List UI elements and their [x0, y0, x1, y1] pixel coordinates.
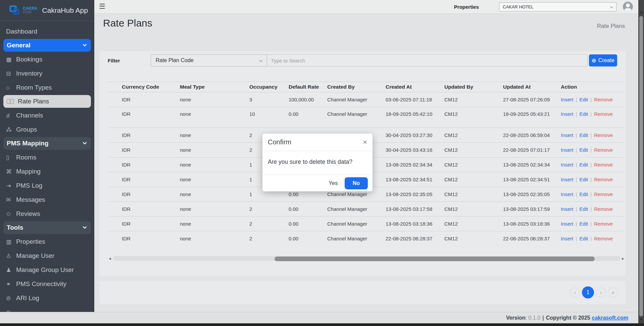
sidebar-item-ari-log[interactable]: ⊘ARI Log: [0, 291, 94, 305]
insert-link[interactable]: Insert: [561, 147, 574, 153]
dialog-title: Confirm: [268, 138, 291, 146]
cell-actions: Insert|Edit|Remove: [561, 187, 625, 202]
close-icon[interactable]: ✕: [363, 139, 367, 145]
insert-link[interactable]: Insert: [561, 206, 574, 212]
edit-link[interactable]: Edit: [579, 221, 588, 227]
app-window: CAKRA HUB CakraHub App DashboardGeneral▦…: [0, 0, 644, 326]
remove-link[interactable]: Remove: [594, 206, 613, 212]
cell-updated_by: CM12: [444, 157, 503, 172]
edit-link[interactable]: Edit: [579, 177, 588, 182]
sidebar-item-mapping[interactable]: ⌘Mapping: [0, 165, 94, 179]
insert-link[interactable]: Insert: [561, 221, 574, 227]
insert-link[interactable]: Insert: [561, 191, 574, 197]
copyright-text: Copyright © 2025: [546, 315, 590, 321]
search-input[interactable]: [267, 54, 587, 66]
no-button[interactable]: No: [345, 177, 368, 189]
sidebar-item-rooms[interactable]: ▯Rooms: [0, 150, 94, 165]
filter-bar: Filter Rate Plan Code ⊕ Create: [108, 54, 617, 66]
remove-link[interactable]: Remove: [594, 162, 613, 168]
edit-link[interactable]: Edit: [579, 206, 588, 212]
sidebar-item-manage-user[interactable]: ♙Manage User: [0, 249, 94, 263]
sidebar-item-pms-log[interactable]: ⇥PMS Log: [0, 179, 94, 193]
sidebar-section-rate-plans[interactable]: $Rate Plans: [3, 95, 91, 108]
sidebar-item-channels[interactable]: ☌Channels: [0, 108, 94, 123]
user-gear-icon: ♙: [6, 252, 16, 260]
page-next-button[interactable]: ›: [596, 287, 606, 297]
confirm-dialog: Confirm ✕ Are you sure to delete this da…: [262, 134, 373, 191]
sidebar-section-tools[interactable]: Tools: [3, 221, 91, 234]
scrollbar-thumb[interactable]: [275, 257, 595, 261]
vscrollbar-thumb[interactable]: [639, 16, 643, 316]
property-select[interactable]: CAKAR HOTEL: [499, 2, 616, 11]
sidebar-section-general[interactable]: General: [3, 39, 91, 52]
sidebar-section-pms-mapping[interactable]: PMS Mapping: [3, 137, 91, 150]
sidebar-item-messages[interactable]: ✉Messages: [0, 193, 94, 207]
cell-occupancy: 2: [249, 202, 289, 217]
insert-link[interactable]: Insert: [561, 177, 574, 182]
sidebar-item-inventory[interactable]: ⊟Inventory: [0, 66, 94, 81]
sidebar-item-groups[interactable]: ⁂Groups: [0, 123, 94, 137]
compass-icon: ⊘: [6, 295, 16, 302]
insert-link[interactable]: Insert: [561, 236, 574, 241]
vertical-scrollbar[interactable]: ▲ ▼: [638, 0, 644, 323]
sidebar-item-dashboard[interactable]: Dashboard: [0, 25, 94, 39]
create-button[interactable]: ⊕ Create: [589, 54, 617, 66]
property-select-value: CAKAR HOTEL: [503, 4, 534, 9]
sidebar-item-properties[interactable]: ▥Properties: [0, 235, 94, 249]
insert-link[interactable]: Insert: [561, 162, 574, 168]
yes-button[interactable]: Yes: [329, 180, 338, 187]
chevron-down-icon: [259, 58, 262, 62]
horizontal-scrollbar[interactable]: ◄ ►: [108, 256, 625, 261]
scroll-right-icon[interactable]: ►: [621, 257, 625, 261]
cell-meal: none: [180, 92, 249, 107]
cell-created_at: 22-08-2025 06:28:37: [386, 231, 444, 246]
page-1-button[interactable]: 1: [582, 286, 594, 298]
table-row: IDRnone3100,000.00Channel Manager03-06-2…: [108, 92, 625, 107]
scroll-up-icon[interactable]: ▲: [638, 10, 644, 14]
edit-link[interactable]: Edit: [579, 97, 588, 102]
remove-link[interactable]: Remove: [594, 132, 613, 138]
filter-field-select[interactable]: Rate Plan Code: [151, 54, 267, 66]
remove-link[interactable]: Remove: [594, 97, 613, 102]
chevron-down-icon: [83, 140, 87, 145]
remove-link[interactable]: Remove: [594, 111, 613, 117]
sidebar-item-bookings[interactable]: ▦Bookings: [0, 52, 94, 66]
edit-link[interactable]: Edit: [579, 162, 588, 168]
action-separator: |: [574, 97, 580, 102]
sidebar-item-reviews[interactable]: ✩Reviews: [0, 207, 94, 221]
edit-link[interactable]: Edit: [579, 236, 588, 241]
scrollbar-track[interactable]: [113, 256, 620, 261]
remove-link[interactable]: Remove: [594, 191, 613, 197]
insert-link[interactable]: Insert: [561, 132, 574, 138]
sidebar-item-item-20[interactable]: ⊙: [0, 305, 94, 312]
edit-link[interactable]: Edit: [579, 111, 588, 117]
scroll-left-icon[interactable]: ◄: [108, 257, 112, 261]
sidebar-item-manage-group-user[interactable]: ♟Manage Group User: [0, 263, 94, 277]
remove-link[interactable]: Remove: [594, 177, 613, 182]
breadcrumb: Rate Plans: [94, 23, 625, 30]
page-last-button[interactable]: »: [608, 287, 618, 297]
cakrasoft-link[interactable]: cakrasoft.com: [592, 315, 629, 321]
cell-actions: Insert|Edit|Remove: [561, 107, 625, 128]
edit-link[interactable]: Edit: [579, 191, 588, 197]
scroll-down-icon[interactable]: ▼: [638, 318, 644, 321]
pagination: ‹ 1 › »: [570, 281, 618, 304]
sidebar-item-pms-connectivity[interactable]: ⚭PMS Connectivity: [0, 277, 94, 291]
edit-link[interactable]: Edit: [579, 147, 588, 153]
user-avatar[interactable]: [623, 2, 633, 12]
sidebar-item-room-types[interactable]: ⌂Room Types: [0, 81, 94, 95]
column-header-occupancy: Occupancy: [249, 82, 289, 92]
action-separator: |: [588, 206, 594, 212]
page-prev-button[interactable]: ‹: [570, 287, 580, 297]
remove-link[interactable]: Remove: [594, 221, 613, 227]
edit-link[interactable]: Edit: [579, 132, 588, 138]
hamburger-menu-icon[interactable]: ☰: [99, 2, 105, 10]
action-separator: |: [588, 132, 594, 138]
filter-field-value: Rate Plan Code: [156, 57, 194, 63]
remove-link[interactable]: Remove: [594, 147, 613, 153]
insert-link[interactable]: Insert: [561, 111, 574, 117]
command-icon: ⌘: [6, 168, 16, 175]
insert-link[interactable]: Insert: [561, 97, 574, 102]
remove-link[interactable]: Remove: [594, 236, 613, 241]
cell-updated_by: CM12: [444, 128, 503, 143]
